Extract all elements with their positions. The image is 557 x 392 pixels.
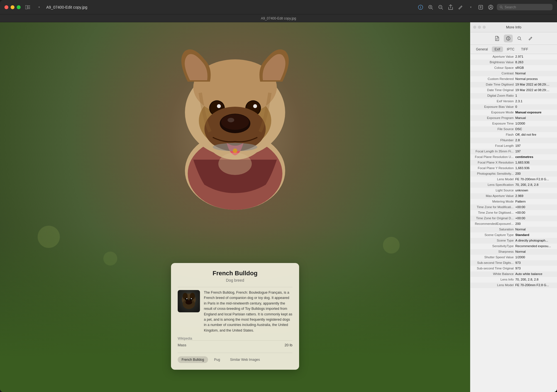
mi-row-label: Flash [473,133,515,136]
table-row: SharpnessNormal [470,249,557,255]
mi-row-label: Lens Model [473,283,515,287]
table-row: Photographic Sensitivity...200 [470,171,557,177]
table-row: Brightness Value8.263 [470,60,557,65]
mi-search-icon[interactable] [515,35,524,42]
table-row: Metering ModePattern [470,199,557,204]
table-row: Focal Plane X Resolution1,683.936 [470,160,557,165]
mi-toolbar [470,32,557,45]
person-circle-icon[interactable] [487,3,495,11]
tab-bar: A9_07400-Edit copy.jpg [0,14,557,22]
mi-row-label: Exposure Program [473,116,515,120]
mi-row-value: sRGB [515,66,554,69]
minimize-button[interactable] [11,5,14,9]
mi-row-value: Off, did not fire [515,133,554,136]
mi-row-label: Date Time Original [473,88,515,92]
mi-row-value: 2.8 [515,138,554,142]
search-bar[interactable] [497,4,553,10]
mi-row-label: Sharpness [473,250,515,253]
mi-row-label: File Source [473,127,515,131]
svg-point-44 [186,298,187,299]
mi-row-label: Exposure Bias Value [473,105,515,108]
mi-row-label: White Balance [473,272,515,276]
search-input[interactable] [505,5,550,9]
chevron-down-icon[interactable]: ▾ [35,3,43,11]
traffic-lights [4,5,21,9]
tab-tiff[interactable]: TIFF [518,47,531,52]
mi-close-button[interactable] [473,26,476,29]
fullscreen-button[interactable] [17,5,21,9]
mi-row-label: Aperture Value [473,55,515,58]
svg-line-18 [502,8,503,9]
sidebar-toggle-icon[interactable] [24,3,32,11]
mi-row-value: A directly photograph... [515,239,554,242]
image-viewer: French Bulldog Dog breed [0,22,470,392]
content-area: French Bulldog Dog breed [0,22,557,392]
mi-row-value: 1,683.936 [515,161,554,164]
mi-row-label: Date Time Digitised [473,83,515,86]
mi-row-label: Focal Plane Resolution U... [473,155,515,159]
table-row: Focal Plane Y Resolution1,683.936 [470,165,557,171]
mi-titlebar: More Info [470,22,557,32]
table-row: Date Time Digitised19 Mar 2022 at 08:29:… [470,82,557,87]
mi-row-value: 973 [515,267,554,270]
kp-tag-pug[interactable]: Pug [210,356,224,363]
mi-row-value: 197 [515,144,554,147]
mi-row-label: Focal Length [473,144,515,147]
table-row: Exposure Time1/2000 [470,121,557,126]
mi-pencil-icon[interactable] [526,35,535,42]
table-row: FlashOff, did not fire [470,132,557,138]
mi-row-value: 200 [515,222,554,225]
kp-fact-row: Mass 20 lb [178,340,292,349]
mi-row-value: 1 [515,94,554,97]
svg-rect-0 [25,5,27,9]
tab-general[interactable]: General [473,47,491,52]
table-row: Lens ModelFE 70-200mm F2.8 G... [470,283,557,288]
photo-background: French Bulldog Dog breed [0,22,470,392]
share-icon[interactable] [447,3,455,11]
kp-fact-label: Mass [178,343,186,347]
mi-row-label: Max Aperture Value [473,194,515,198]
mi-row-label: Shutter Speed Value [473,255,515,259]
mi-row-value: Normal [515,72,554,75]
tab-iptc[interactable]: IPTC [504,47,517,52]
mi-fullscreen-button[interactable] [483,26,486,29]
mi-row-value: FE 70-200mm F2.8 G... [515,177,554,181]
markup-pencil-icon[interactable] [457,3,465,11]
mi-row-label: Colour Space [473,66,515,69]
zoom-in-icon[interactable] [427,3,434,11]
table-row: Lens Info70, 200, 2.8, 2.8 [470,277,557,283]
close-button[interactable] [4,5,8,9]
info-circle-icon[interactable] [417,3,424,11]
table-row: Exposure ModeManual exposure [470,110,557,115]
tab-exif[interactable]: Exif [492,47,503,52]
kp-tag-french-bulldog[interactable]: French Bulldog [178,356,208,363]
mi-row-value: 1/2000 [515,255,554,259]
mi-row-label: Digital Zoom Ratio [473,94,515,97]
table-row: Aperture Value2.971 [470,54,557,60]
mi-row-value: Auto white balance [515,272,554,276]
kp-tag-similar-images[interactable]: Similar Web Images [226,356,264,363]
table-row: Focal Length In 35mm Fi...197 [470,149,557,154]
fit-window-icon[interactable] [477,3,485,11]
mi-row-value: 19 Mar 2022 at 08:29:... [515,88,554,92]
mi-doc-icon[interactable] [493,35,502,42]
mi-content[interactable]: Aperture Value2.971Brightness Value8.263… [470,54,557,392]
mi-row-label: Exif Version [473,99,515,103]
svg-point-6 [420,6,421,6]
kp-tags: French Bulldog Pug Similar Web Images [178,353,292,363]
table-row: File SourceDSC [470,126,557,132]
mi-row-label: Metering Mode [473,200,515,203]
zoom-out-icon[interactable] [437,3,444,11]
mi-minimize-button[interactable] [478,26,481,29]
toolbar-dropdown-icon[interactable]: ▾ [467,3,475,11]
svg-point-17 [500,6,502,8]
mi-row-value: Manual exposure [515,111,554,114]
kp-fact-value: 20 lb [285,343,292,347]
mi-row-label: FNumber [473,138,515,142]
mi-row-value: 19 Mar 2022 at 08:29:... [515,83,554,86]
table-row: Sub-second Time Original973 [470,266,557,271]
mi-info-icon[interactable] [504,35,513,42]
mi-row-value: 2.3.1 [515,99,554,103]
table-row: Max Aperture Value2.969 [470,193,557,199]
mi-row-value: 8.263 [515,60,554,64]
